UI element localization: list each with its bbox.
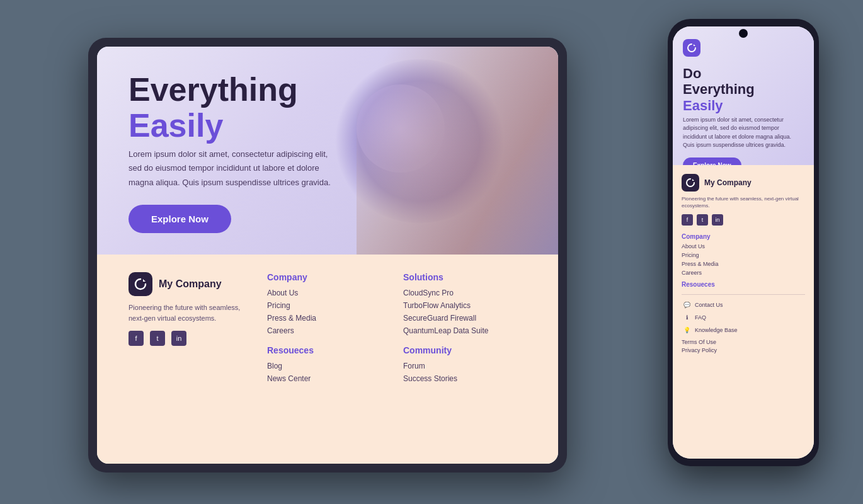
phone-social-icons: f t in (682, 214, 805, 226)
explore-now-button[interactable]: Explore Now (129, 205, 231, 233)
company-link-careers[interactable]: Careers (267, 326, 391, 335)
facebook-icon[interactable]: f (129, 331, 144, 346)
tablet-hero: Everything Easily Lorem ipsum dolor sit … (97, 47, 558, 255)
solutions-link-secureguard[interactable]: SecureGuard Firewall (403, 314, 527, 323)
community-col-title: Community (403, 345, 527, 355)
knowledge-base-label: Knowledge Base (695, 327, 738, 333)
linkedin-icon[interactable]: in (171, 331, 186, 346)
privacy-policy-link[interactable]: Privacy Policy (682, 347, 805, 353)
phone-contact-us[interactable]: 💬 Contact Us (682, 300, 805, 310)
info-icon: ℹ (682, 312, 692, 323)
footer-solutions-col: Solutions CloudSync Pro TurboFlow Analyt… (403, 272, 527, 335)
phone-about-link[interactable]: About Us (682, 243, 805, 249)
brand-name: My Company (159, 278, 222, 290)
hero-title: Everything Easily (129, 72, 343, 144)
brand-description: Pioneering the future with seamless, nex… (129, 302, 254, 323)
phone-notch (739, 29, 748, 38)
phone-title-line2: Everything (683, 81, 755, 97)
phone-brand-icon (682, 174, 699, 192)
social-icons: f t in (129, 331, 254, 346)
terms-of-use-link[interactable]: Terms Of Use (682, 339, 805, 345)
faq-label: FAQ (695, 314, 706, 321)
lightbulb-icon: 💡 (682, 325, 692, 335)
phone-hero: Do Everything Easily Lorem ipsum dolor s… (673, 26, 814, 165)
solutions-link-turboflow[interactable]: TurboFlow Analytics (403, 301, 527, 310)
company-link-pricing[interactable]: Pricing (267, 301, 391, 310)
footer-col-group-1: Company About Us Pricing Press & Media C… (267, 272, 391, 446)
phone-company-title: Company (682, 233, 805, 240)
phone-brand-description: Pioneering the future with seamless, nex… (682, 195, 805, 209)
phone-logo (683, 39, 700, 57)
resources-link-news[interactable]: News Center (267, 374, 391, 383)
hero-content: Everything Easily Lorem ipsum dolor sit … (129, 72, 343, 233)
solutions-link-cloudsync[interactable]: CloudSync Pro (403, 289, 527, 297)
brand-logo: My Company (129, 272, 254, 296)
hero-title-line2: Easily (129, 107, 223, 144)
phone-footer: My Company Pioneering the future with se… (673, 165, 814, 459)
footer-resources-col: Resoueces Blog News Center (267, 345, 391, 383)
phone-hero-description: Lorem ipsum dolor sit amet, consectetur … (683, 116, 804, 150)
phone-explore-button[interactable]: Explore Now (683, 158, 741, 165)
solutions-col-title: Solutions (403, 272, 527, 282)
phone-title-line1: Do (683, 66, 701, 81)
phone-title-line3: Easily (683, 98, 723, 113)
tablet-screen: Everything Easily Lorem ipsum dolor sit … (97, 47, 558, 464)
brand-icon (129, 272, 152, 296)
tablet-device: Everything Easily Lorem ipsum dolor sit … (88, 38, 567, 472)
community-link-success[interactable]: Success Stories (403, 374, 527, 383)
phone-resources-title: Resoueces (682, 281, 805, 288)
company-link-press[interactable]: Press & Media (267, 314, 391, 323)
company-col-title: Company (267, 272, 391, 282)
hero-title-line1: Everything (129, 71, 298, 108)
resources-col-title: Resoueces (267, 345, 391, 355)
footer-community-col: Community Forum Success Stories (403, 345, 527, 383)
twitter-icon[interactable]: t (150, 331, 165, 346)
phone-resources-section: Resoueces (682, 281, 805, 288)
footer-brand: My Company Pioneering the future with se… (129, 272, 254, 446)
phone-faq[interactable]: ℹ FAQ (682, 312, 805, 323)
tablet-footer: My Company Pioneering the future with se… (97, 255, 558, 464)
phone-knowledge-base[interactable]: 💡 Knowledge Base (682, 325, 805, 335)
company-link-about[interactable]: About Us (267, 289, 391, 297)
phone-pricing-link[interactable]: Pricing (682, 252, 805, 258)
footer-company-col: Company About Us Pricing Press & Media C… (267, 272, 391, 335)
community-link-forum[interactable]: Forum (403, 362, 527, 370)
phone-hero-title: Do Everything Easily (683, 66, 804, 113)
phone-footer-links: 💬 Contact Us ℹ FAQ 💡 Knowledge Base Term… (682, 294, 805, 353)
phone-twitter-icon[interactable]: t (697, 214, 708, 226)
phone-screen: Do Everything Easily Lorem ipsum dolor s… (673, 26, 814, 459)
contact-us-label: Contact Us (695, 302, 723, 308)
phone-linkedin-icon[interactable]: in (712, 214, 723, 226)
phone-careers-link[interactable]: Careers (682, 270, 805, 276)
phone-device: Do Everything Easily Lorem ipsum dolor s… (668, 19, 819, 466)
solutions-link-quantumleap[interactable]: QuantumLeap Data Suite (403, 326, 527, 335)
phone-brand-row: My Company (682, 174, 805, 192)
resources-link-blog[interactable]: Blog (267, 362, 391, 370)
hero-description: Lorem ipsum dolor sit amet, consectetur … (129, 147, 343, 189)
hero-image-overlay (357, 47, 558, 255)
phone-press-link[interactable]: Press & Media (682, 261, 805, 267)
chat-icon: 💬 (682, 300, 692, 310)
phone-facebook-icon[interactable]: f (682, 214, 693, 226)
phone-brand-name: My Company (704, 178, 752, 187)
footer-col-group-2: Solutions CloudSync Pro TurboFlow Analyt… (403, 272, 527, 446)
